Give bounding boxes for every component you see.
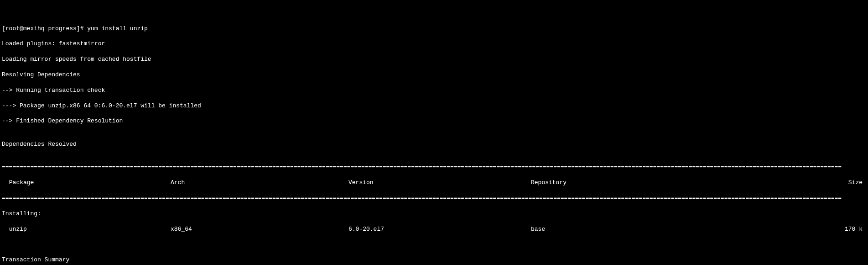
col-header-repository: Repository (531, 179, 695, 187)
cell-package: unzip (2, 226, 171, 233)
transaction-summary-label: Transaction Summary (2, 256, 866, 264)
output-line: Loaded plugins: fastestmirror (2, 40, 866, 48)
output-line: Resolving Dependencies (2, 71, 866, 79)
blank-line (2, 241, 866, 249)
divider: ========================================… (2, 164, 866, 172)
table-header-row: Package Arch Version Repository Size (2, 179, 866, 187)
output-line: ---> Package unzip.x86_64 0:6.0-20.el7 w… (2, 102, 866, 110)
table-row: unzip x86_64 6.0-20.el7 base 170 k (2, 226, 866, 233)
divider: ========================================… (2, 195, 866, 202)
terminal-prompt: [root@mexihq progress]# yum install unzi… (2, 25, 866, 33)
col-header-version: Version (348, 179, 531, 187)
output-line: --> Running transaction check (2, 87, 866, 95)
output-line: Dependencies Resolved (2, 141, 866, 148)
output-line: Loading mirror speeds from cached hostfi… (2, 56, 866, 64)
output-line: --> Finished Dependency Resolution (2, 117, 866, 125)
col-header-arch: Arch (171, 179, 348, 187)
col-header-size: Size (695, 179, 866, 187)
cell-version: 6.0-20.el7 (348, 226, 531, 233)
installing-label: Installing: (2, 210, 866, 218)
cell-size: 170 k (695, 226, 866, 233)
cell-repository: base (531, 226, 695, 233)
cell-arch: x86_64 (171, 226, 348, 233)
col-header-package: Package (2, 179, 171, 187)
